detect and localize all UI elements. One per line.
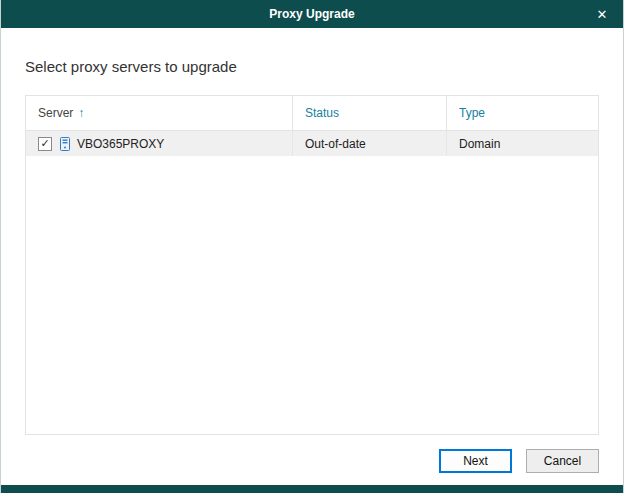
column-header-server-label: Server xyxy=(38,106,73,120)
close-button[interactable]: ✕ xyxy=(581,0,623,28)
column-header-status-label: Status xyxy=(305,106,339,120)
status-cell: Out-of-date xyxy=(292,131,446,156)
table-header-row: Server ↑ Status Type xyxy=(26,96,598,131)
titlebar: Proxy Upgrade ✕ xyxy=(1,0,623,28)
table-row[interactable]: ✓ VBO365PROXY Out-of-date xyxy=(26,131,598,156)
next-button[interactable]: Next xyxy=(439,449,512,473)
status-value: Out-of-date xyxy=(305,137,366,151)
window-title: Proxy Upgrade xyxy=(269,7,354,21)
type-value: Domain xyxy=(459,137,500,151)
close-icon: ✕ xyxy=(597,7,608,22)
column-header-status[interactable]: Status xyxy=(292,96,446,130)
dialog-footer: Next Cancel xyxy=(1,437,623,485)
dialog-content: Select proxy servers to upgrade Server ↑… xyxy=(1,28,623,437)
sort-ascending-icon: ↑ xyxy=(78,106,84,120)
column-header-server[interactable]: Server ↑ xyxy=(26,96,292,130)
proxy-upgrade-dialog: Proxy Upgrade ✕ Select proxy servers to … xyxy=(0,0,624,493)
bottom-accent-strip xyxy=(1,485,623,493)
cancel-button[interactable]: Cancel xyxy=(526,449,599,473)
server-cell: ✓ VBO365PROXY xyxy=(26,131,292,156)
column-header-type-label: Type xyxy=(459,106,485,120)
type-cell: Domain xyxy=(446,131,598,156)
checkmark-icon: ✓ xyxy=(40,138,49,149)
column-header-type[interactable]: Type xyxy=(446,96,598,130)
proxy-server-table: Server ↑ Status Type ✓ xyxy=(25,95,599,435)
row-checkbox[interactable]: ✓ xyxy=(38,137,52,151)
page-title: Select proxy servers to upgrade xyxy=(25,58,599,75)
server-icon xyxy=(59,137,71,151)
server-name: VBO365PROXY xyxy=(77,137,164,151)
